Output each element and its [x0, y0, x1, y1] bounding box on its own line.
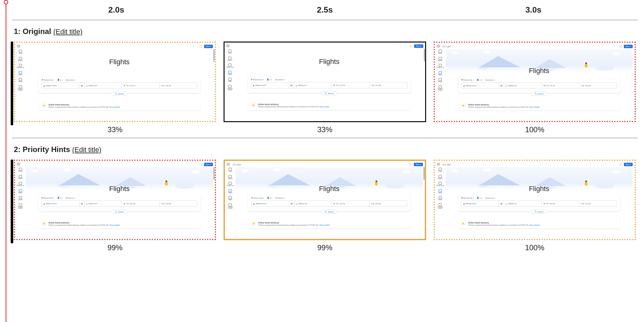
row-2-cell-2: GoogleSign in Travel Explore Things to d…: [434, 160, 636, 252]
thumbnail-r2-c1[interactable]: GoogleSign in Travel Explore Things to d…: [224, 160, 426, 240]
thumbnail-r2-c2[interactable]: GoogleSign in Travel Explore Things to d…: [434, 160, 636, 240]
comparison-grid: 2.0s 2.5s 3.0s 1: Original (Edit title): [12, 0, 638, 256]
flights-screenshot: GoogleSign in Travel Explore Things to d…: [435, 161, 635, 239]
fl-hero-unloaded: Flights: [235, 49, 423, 71]
google-logo: Google: [442, 45, 451, 48]
apps-grid-icon: [619, 163, 622, 166]
row-1-cell-1: Sign in Travel Explore Things to do Flig…: [224, 42, 426, 134]
thumbnail-r1-c1[interactable]: Sign in Travel Explore Things to do Flig…: [224, 42, 426, 122]
timeline-vertical-line: [6, 4, 6, 322]
travel-advisory: ★Active travel advisoryThere's a governm…: [248, 101, 410, 110]
row-2-cell-0: Sign in Travel Explore Things to do Flig…: [14, 160, 216, 252]
from-input: ◉ Where from?: [42, 83, 80, 88]
thumbnail-r2-c0[interactable]: Sign in Travel Explore Things to do Flig…: [14, 160, 216, 240]
hamburger-icon: [227, 163, 230, 166]
hamburger-icon: [437, 45, 440, 48]
fl-sidebar: Travel Explore Things to do Flights Hote…: [436, 50, 444, 91]
edit-title-link-1[interactable]: (Edit title): [53, 28, 82, 36]
flights-title: Flights: [446, 185, 633, 193]
hamburger-icon: [17, 163, 20, 166]
fl-hero-loaded: Flights: [236, 167, 423, 190]
side-flights: Flights: [18, 71, 22, 76]
sign-in-button: Sign in: [414, 44, 423, 48]
edit-title-link-2[interactable]: (Edit title): [72, 146, 101, 154]
travel-advisory: ★Active travel advisoryThere's a governm…: [248, 219, 410, 229]
row-2-thumbnails: Sign in Travel Explore Things to do Flig…: [12, 160, 638, 252]
row-1-black-edge: [11, 42, 13, 125]
flights-screenshot: Sign in Travel Explore Things to do Flig…: [15, 43, 215, 121]
time-header-row: 2.0s 2.5s 3.0s: [12, 0, 638, 20]
search-button: 🔍 Search: [111, 92, 127, 96]
google-logo: Google: [232, 163, 241, 166]
search-card: ⇄ Round trip ▾👤 1 ▾Economy ▾ ◉ Where fro…: [458, 195, 620, 211]
trip-chips: ⇄ Round trip ▾ 👤 1 ▾ Economy ▾: [42, 79, 197, 81]
pct-r1-c1: 33%: [224, 125, 426, 134]
sign-in-button: Sign in: [204, 45, 213, 48]
fl-sidebar: Travel Explore Things to do Flights Hote…: [436, 168, 444, 209]
sign-in-button: Sign in: [624, 45, 633, 48]
swap-icon: ⇄: [80, 83, 85, 88]
row-1-cell-2: GoogleSign in Travel Explore Things to d…: [434, 42, 636, 134]
apps-grid-icon: [409, 45, 412, 48]
search-card: ⇄ Round trip ▾👤 1 ▾Economy ▾ ◉ Where fro…: [248, 195, 410, 211]
hamburger-icon: [437, 163, 440, 166]
row-1-thumbnails: Sign in Travel Explore Things to do Flig…: [12, 42, 638, 134]
time-header-2: 3.0s: [429, 5, 638, 15]
trip-type-chip: ⇄ Round trip ▾: [42, 79, 54, 81]
flights-title: Flights: [26, 185, 213, 193]
flights-screenshot: Sign in Travel Explore Things to do Flig…: [225, 42, 425, 121]
flights-title: Flights: [235, 58, 423, 66]
comparison-row-2: 2: Priority Hints (Edit title) Sign in T…: [12, 138, 638, 256]
search-card: ⇄ Round trip ▾👤 1 ▾Economy ▾ ◉ Where fro…: [38, 195, 200, 211]
scrollbar: [214, 167, 214, 180]
date-out: 🗓 Fri, Oct 22: [122, 83, 160, 88]
flights-screenshot: GoogleSign in Travel Explore Things to d…: [435, 43, 635, 121]
search-card: ⇄ Round trip ▾ 👤 1 ▾ Economy ▾ ◉ Where f…: [38, 77, 200, 93]
thumbnail-r1-c2[interactable]: GoogleSign in Travel Explore Things to d…: [434, 42, 636, 122]
comparison-row-1: 1: Original (Edit title): [12, 20, 638, 138]
row-1-index: 1: [14, 27, 18, 36]
apps-grid-icon: [199, 163, 202, 166]
warning-icon: ★: [42, 103, 46, 108]
row-2-index: 2: [14, 145, 18, 154]
google-logo: Google: [442, 163, 451, 166]
side-things: Things to do: [17, 64, 25, 69]
pct-r2-c1: 99%: [224, 243, 426, 252]
time-header-1: 2.5s: [220, 5, 429, 15]
flights-screenshot: GoogleSign in Travel Explore Things to d…: [225, 161, 425, 239]
side-travel: Travel: [19, 50, 22, 54]
travel-advisory: ★Active travel advisoryThere's a governm…: [458, 219, 620, 229]
thumbnail-r1-c0[interactable]: Sign in Travel Explore Things to do Flig…: [14, 42, 216, 122]
fl-hero-unloaded: Flights: [26, 49, 213, 72]
row-1-name: Original: [23, 27, 51, 36]
advisory-text: Active travel advisory There's a governm…: [48, 103, 120, 109]
fl-hero-loaded: Flights: [26, 167, 213, 190]
travel-advisory: ★ Active travel advisory There's a gover…: [38, 101, 200, 110]
row-2-title: 2: Priority Hints (Edit title): [12, 138, 638, 160]
apps-grid-icon: [409, 163, 412, 166]
sign-in-button: Sign in: [204, 163, 213, 166]
row-2-name: Priority Hints: [23, 145, 70, 154]
search-inputs: ◉ Where from? ⇄ ◎ Where to? 🗓 Fri, Oct 2…: [42, 82, 197, 89]
travel-advisory: ★Active travel advisoryThere's a governm…: [458, 101, 620, 110]
to-input: ◎ Where to?: [85, 83, 122, 88]
side-hotels: Hotels: [19, 78, 23, 83]
passengers-chip: 👤 1 ▾: [57, 79, 63, 81]
row-2-cell-1: GoogleSign in Travel Explore Things to d…: [224, 160, 426, 252]
search-card: ⇄ Round trip ▾👤 1 ▾Economy ▾ ◉ Where fro…: [458, 77, 620, 93]
apps-grid-icon: [199, 45, 202, 48]
date-back: Tue, Oct 26: [160, 83, 197, 88]
pct-r1-c0: 33%: [14, 125, 216, 134]
flights-screenshot: Sign in Travel Explore Things to do Flig…: [15, 161, 215, 239]
pct-r2-c2: 100%: [434, 243, 636, 252]
fl-sidebar: Travel Explore Things to do Flights Hote…: [226, 168, 234, 209]
fl-sidebar: Travel Explore Things to do Flights Hote…: [16, 168, 25, 209]
sign-in-button: Sign in: [624, 163, 633, 166]
side-vacation: Vacation rentals: [16, 85, 25, 91]
timeline-marker: [4, 0, 8, 4]
hamburger-icon: [17, 45, 20, 48]
flights-title: Flights: [446, 67, 633, 75]
fl-topbar: Sign in: [17, 44, 213, 48]
side-explore: Explore: [18, 57, 23, 62]
row-2-black-edge: [11, 160, 13, 243]
